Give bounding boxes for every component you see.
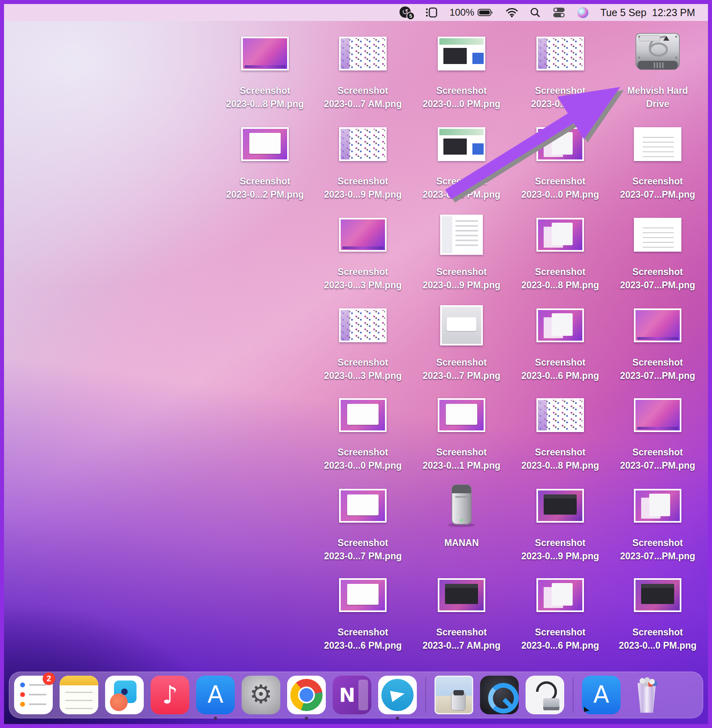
menu-bar: ↺ 5 100% bbox=[4, 4, 708, 21]
trash-app-icon bbox=[627, 676, 666, 714]
dock-reminders-icon[interactable]: 2 bbox=[14, 676, 53, 714]
screenshot-thumbnail bbox=[536, 127, 584, 161]
screenshot-thumbnail bbox=[634, 578, 681, 612]
desktop-icon-screenshot[interactable]: Screenshot2023-07...PM.png bbox=[610, 392, 705, 472]
desktop-icon-manan-drive[interactable]: MANAN bbox=[414, 482, 509, 550]
desktop-icon-screenshot[interactable]: Screenshot2023-0...7 AM.png bbox=[315, 30, 410, 111]
desktop-icon-label: Screenshot2023-07...PM.png bbox=[620, 446, 695, 472]
label-line1: Screenshot bbox=[521, 626, 599, 639]
label-line1: Screenshot bbox=[620, 175, 695, 188]
desktop-icon-screenshot[interactable]: Screenshot2023-0...3 PM.png bbox=[315, 302, 410, 383]
screenshot-thumbnail bbox=[339, 489, 387, 523]
desktop-icon-screenshot[interactable]: Screenshot2023-0...5 PM bbox=[513, 30, 608, 111]
dock-photo-file-icon[interactable] bbox=[435, 676, 473, 714]
dock-freeform-icon[interactable] bbox=[105, 676, 144, 714]
wifi-icon[interactable] bbox=[506, 8, 518, 17]
label-line1: Screenshot bbox=[422, 84, 500, 97]
dock-music-icon[interactable] bbox=[151, 676, 189, 714]
sidebar-icon[interactable] bbox=[425, 7, 437, 18]
label-line2: 2023-0...7 PM.png bbox=[324, 550, 402, 563]
screenshot-thumbnail bbox=[634, 489, 681, 523]
desktop-icon-label: Screenshot2023-0...3 PM.png bbox=[324, 265, 402, 292]
dock-quicktime-icon[interactable] bbox=[480, 676, 519, 714]
menu-bar-clock[interactable]: Tue 5 Sep 12:23 PM bbox=[600, 7, 695, 19]
desktop-icon-screenshot[interactable]: Screenshot2023-0...9 PM.png bbox=[414, 211, 509, 292]
desktop-icon-label: Screenshot2023-0...1 PM.png bbox=[422, 446, 500, 472]
desktop-icon-label: Screenshot2023-0...8 PM.png bbox=[226, 84, 304, 111]
battery-indicator[interactable]: 100% bbox=[449, 7, 493, 18]
desktop-icon-label: Screenshot2023-0...9 PM.png bbox=[324, 175, 402, 201]
desktop-icon-screenshot[interactable]: Screenshot2023-0...0 PM.png bbox=[513, 121, 608, 201]
desktop-icon-screenshot[interactable]: Screenshot2023-0...7 AM.png bbox=[414, 572, 509, 652]
label-line2: 2023-0...7 PM.png bbox=[422, 369, 500, 383]
dock-trash-icon[interactable] bbox=[627, 676, 666, 714]
dock-divider bbox=[425, 677, 426, 713]
desktop-icon-screenshot[interactable]: Screenshot2023-0...0 PM.png bbox=[610, 572, 705, 652]
desktop-icon-screenshot[interactable]: Screenshot2023-0...2 PM.png bbox=[217, 121, 313, 201]
dock-onenote-icon[interactable] bbox=[333, 676, 371, 714]
dock-system-settings-icon[interactable] bbox=[242, 676, 280, 714]
label-line2: 2023-0...0 PM.png bbox=[619, 639, 696, 652]
label-line2: 2023-0...8 PM.png bbox=[521, 459, 599, 472]
spotlight-icon[interactable] bbox=[530, 7, 540, 18]
label-line2: 2023-0...7 AM.png bbox=[422, 639, 500, 652]
desktop-icon-screenshot[interactable]: Screenshot2023-0...3 PM.png bbox=[315, 211, 410, 292]
dock-app-store-icon[interactable] bbox=[196, 676, 235, 714]
label-line2: 2023-0...9 PM.png bbox=[521, 550, 599, 563]
desktop-icon-screenshot[interactable]: Screenshot2023-0...0 PM.png bbox=[414, 30, 509, 111]
label-line1: Screenshot bbox=[619, 626, 696, 639]
backup-status-icon[interactable]: ↺ 5 bbox=[399, 6, 413, 19]
screenshot-thumbnail bbox=[339, 218, 387, 252]
label-line1: Screenshot bbox=[324, 356, 402, 369]
dock-app-store-alias-icon[interactable] bbox=[582, 676, 621, 714]
running-indicator-dot bbox=[396, 717, 399, 720]
desktop-icon-screenshot[interactable]: Screenshot2023-07...PM.png bbox=[610, 302, 705, 383]
desktop-icon-screenshot[interactable]: Screenshot2023-0...8 PM.png bbox=[513, 392, 608, 472]
desktop-icon-screenshot[interactable]: Screenshot2023-0...6 PM.png bbox=[513, 302, 608, 383]
label-line2: 2023-07...PM.png bbox=[620, 188, 695, 201]
label-line2: 2023-0...5 PM bbox=[531, 97, 589, 111]
label-line1: Screenshot bbox=[521, 446, 599, 459]
control-center-icon[interactable] bbox=[553, 7, 565, 18]
desktop-icon-screenshot[interactable]: Screenshot2023-0...9 PM.png bbox=[315, 121, 410, 201]
desktop-icon-label: Screenshot2023-0...5 PM bbox=[531, 84, 589, 111]
desktop-icon-screenshot[interactable]: Screenshot2023-0...7 PM.png bbox=[414, 302, 509, 383]
desktop-icon-screenshot[interactable]: Screenshot2023-0...8 PM.png bbox=[217, 30, 313, 111]
desktop-icon-label: Screenshot2023-0...7 PM.png bbox=[324, 536, 402, 563]
siri-icon[interactable] bbox=[577, 7, 588, 18]
label-line1: Screenshot bbox=[226, 175, 304, 188]
desktop-icon-screenshot[interactable]: Screenshot2023-0...8 PM.png bbox=[513, 211, 608, 292]
desktop-icon-screenshot[interactable]: Screenshot2023-07...PM.png bbox=[610, 482, 705, 563]
desktop-icon-label: Screenshot2023-0...2 PM.png bbox=[226, 175, 304, 201]
desktop-icon-screenshot[interactable]: Screenshot2023-0...9 PM.png bbox=[513, 482, 608, 563]
desktop-icon-label: Screenshot2023-0...9 PM.png bbox=[521, 536, 599, 563]
system-settings-app-icon bbox=[242, 676, 280, 714]
disk-utility-app-icon bbox=[526, 676, 564, 714]
dock-divider bbox=[573, 677, 573, 713]
notes-app-icon bbox=[60, 676, 98, 714]
dock-chrome-icon[interactable] bbox=[287, 676, 326, 714]
dock-notes-icon[interactable] bbox=[60, 676, 98, 714]
chrome-app-icon bbox=[287, 676, 326, 714]
desktop-icon-screenshot[interactable]: Screenshot2023-0...6 PM.png bbox=[315, 572, 410, 652]
app-store-alias-app-icon bbox=[582, 676, 621, 714]
battery-percent: 100% bbox=[449, 7, 474, 18]
desktop-icon-screenshot[interactable]: Screenshot2023-0...7 PM.png bbox=[315, 482, 410, 563]
notification-badge: 2 bbox=[43, 672, 55, 685]
desktop-icon-screenshot[interactable]: Screenshot2023-0...6 PM.png bbox=[513, 572, 608, 652]
screenshot-thumbnail bbox=[339, 308, 387, 342]
desktop-icon-screenshot[interactable]: Screenshot2023-07...PM.png bbox=[610, 121, 705, 201]
desktop-icon-label: Screenshot2023-0...7 AM.png bbox=[324, 84, 402, 111]
dock-telegram-icon[interactable] bbox=[378, 676, 417, 714]
screenshot-thumbnail bbox=[339, 398, 387, 432]
desktop-icon-screenshot[interactable]: Screenshot2023-0...0 PM.png bbox=[315, 392, 410, 472]
dock-disk-utility-icon[interactable] bbox=[526, 676, 564, 714]
quicktime-app-icon bbox=[480, 676, 519, 714]
screenshot-thumbnail bbox=[339, 37, 387, 70]
desktop-icon-screenshot[interactable]: Screenshot2023-0...1 PM.png bbox=[414, 392, 509, 472]
desktop-icon-screenshot[interactable]: Screenshot2023-07...PM.png bbox=[610, 211, 705, 292]
desktop-icon-label: Screenshot2023-0...3 PM.png bbox=[324, 356, 402, 383]
desktop-icon-label: Screenshot2023-07...PM.png bbox=[620, 356, 695, 383]
desktop-icon-mehvish-hard-drive[interactable]: Mehvish HardDrive bbox=[610, 30, 705, 111]
desktop-icon-screenshot[interactable]: Screenshot2023-0...5 PM.png bbox=[414, 121, 509, 201]
